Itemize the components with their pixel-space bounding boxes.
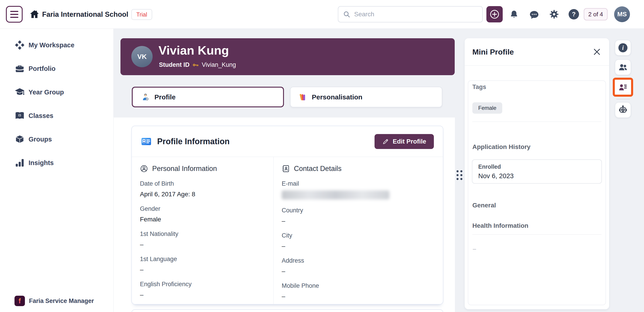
field-value: – [282, 268, 435, 275]
sidebar-item-insights[interactable]: Insights [0, 151, 114, 174]
contact-details-title: Contact Details [294, 164, 342, 173]
field-value: – [282, 242, 435, 250]
help-button[interactable]: ? [568, 9, 579, 20]
rail-assistant-button[interactable] [615, 102, 631, 118]
settings-gear-icon[interactable] [549, 9, 559, 19]
robot-icon [618, 105, 628, 115]
add-new-button[interactable] [486, 6, 503, 22]
profile-card-title: Profile Information [157, 137, 374, 146]
field-label: English Proficiency [140, 281, 265, 288]
field-label: City [282, 232, 435, 239]
next-card-stub [131, 309, 443, 312]
sidebar-label: Groups [28, 136, 52, 143]
email-redacted-value [282, 190, 390, 200]
profile-information-card: Profile Information Edit Profile Persona… [131, 126, 443, 304]
panel-drag-handle[interactable] [456, 170, 462, 180]
mini-profile-body [468, 80, 606, 305]
tab-personalisation-label: Personalisation [312, 93, 362, 101]
trial-badge: Trial [131, 9, 152, 20]
sidebar-item-year-group[interactable]: Year Group [0, 80, 114, 104]
enrollment-status: Enrolled [478, 164, 596, 170]
sidebar-item-my-workspace[interactable]: My Workspace [0, 33, 114, 57]
contact-card-icon [618, 82, 628, 92]
divider [472, 122, 602, 122]
bar-chart-icon [14, 158, 25, 168]
id-card-icon [141, 136, 152, 147]
user-avatar[interactable]: MS [614, 6, 630, 22]
rail-info-button[interactable]: i [615, 40, 631, 56]
tag-chip: Female [472, 102, 502, 114]
personal-information-title: Personal Information [152, 164, 217, 173]
rail-divider [616, 99, 630, 100]
field-label: Date of Birth [140, 180, 265, 187]
license-counter-badge[interactable]: 2 of 4 [584, 8, 608, 20]
briefcase-icon [14, 64, 25, 74]
people-icon [618, 62, 628, 72]
rail-mini-profile-button-highlighted[interactable] [613, 78, 633, 97]
search-input[interactable] [354, 11, 478, 18]
field-label: 1st Nationality [140, 230, 265, 238]
search-icon [343, 10, 350, 18]
field-label: Address [282, 257, 435, 264]
graduation-cap-icon [14, 87, 25, 97]
faria-service-manager-link[interactable]: f Faria Service Manager [14, 296, 94, 306]
palette-icon [299, 93, 307, 101]
student-id-row: Student ID Vivian_Kung [159, 61, 236, 68]
hamburger-menu-button[interactable] [6, 6, 23, 23]
student-header-banner: VK Vivian Kung Student ID Vivian_Kung [120, 38, 455, 75]
field-value: – [140, 266, 265, 273]
personal-information-section: Personal Information Date of Birth April… [132, 157, 274, 304]
edit-profile-button[interactable]: Edit Profile [374, 134, 434, 149]
search-box[interactable] [338, 6, 483, 22]
top-bar: Faria International School Trial ? 2 of … [0, 0, 644, 29]
field-value: – [140, 241, 265, 248]
tags-heading: Tags [472, 84, 486, 90]
tab-profile[interactable]: Profile [132, 87, 284, 107]
student-name: Vivian Kung [158, 43, 229, 57]
sidebar-item-groups[interactable]: Groups [0, 128, 114, 151]
field-label: Mobile Phone [282, 282, 435, 289]
health-information-value: – [473, 246, 476, 252]
sidebar-label: Portfolio [28, 65, 56, 72]
messages-chat-icon[interactable] [529, 10, 539, 20]
field-label: Gender [140, 205, 265, 212]
profile-person-icon [141, 93, 150, 102]
person-circle-icon [140, 164, 148, 173]
field-label: Country [282, 207, 435, 214]
pencil-icon [382, 138, 389, 145]
student-avatar: VK [131, 46, 152, 67]
enrollment-history-item: Enrolled Nov 6, 2023 [472, 160, 602, 184]
divider [472, 234, 602, 234]
faria-logo-icon: f [14, 296, 25, 306]
school-name: Faria International School [42, 0, 128, 29]
general-heading: General [472, 202, 496, 209]
info-icon: i [618, 43, 628, 52]
notifications-bell-icon[interactable] [509, 10, 519, 19]
close-icon[interactable] [592, 47, 602, 56]
field-label: 1st Language [140, 256, 265, 263]
contact-details-section: Contact Details E-mail Country – City – … [274, 157, 443, 304]
health-information-heading: Health Information [472, 222, 528, 229]
sidebar-label: Year Group [28, 88, 64, 96]
field-value: Female [140, 216, 265, 223]
sidebar-label: My Workspace [28, 42, 74, 49]
sidebar-label: Insights [28, 159, 54, 167]
home-icon [30, 9, 40, 19]
student-id-label: Student ID [159, 61, 190, 68]
student-id-value: Vivian_Kung [202, 61, 236, 68]
open-book-icon [14, 110, 25, 121]
enrollment-date: Nov 6, 2023 [478, 172, 596, 180]
tab-personalisation[interactable]: Personalisation [290, 87, 442, 107]
sidebar-item-portfolio[interactable]: Portfolio [0, 57, 114, 80]
field-label: E-mail [282, 180, 435, 187]
sidebar-item-classes[interactable]: Classes [0, 104, 114, 128]
profile-card-header: Profile Information Edit Profile [132, 126, 443, 157]
application-history-heading: Application History [472, 143, 530, 150]
field-value: – [282, 293, 435, 300]
mini-profile-title: Mini Profile [472, 48, 592, 56]
sidebar: My Workspace Portfolio Year Group Classe… [0, 29, 114, 312]
key-icon [192, 62, 199, 68]
circle-plus-icon [489, 9, 500, 20]
rail-people-button[interactable] [615, 60, 631, 75]
faria-service-manager-label: Faria Service Manager [29, 298, 94, 304]
